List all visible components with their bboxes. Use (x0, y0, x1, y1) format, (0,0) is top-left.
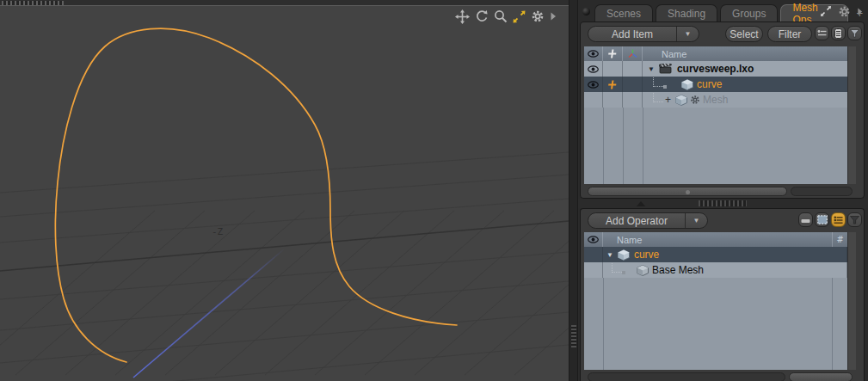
select-button[interactable]: Select (725, 26, 763, 42)
add-operator-dropdown-arrow[interactable]: ▼ (685, 213, 707, 228)
operator-name[interactable]: curve (634, 249, 659, 261)
hscroll-thumb[interactable] (588, 187, 787, 196)
table-row[interactable]: ▼ curvesweep.lxo (584, 61, 856, 77)
count-cell (833, 262, 847, 278)
render-column-header[interactable] (603, 46, 623, 61)
tree-node-square (622, 271, 625, 274)
item-list-vscrollbar[interactable] (847, 46, 856, 61)
mesh-cube-icon (675, 95, 687, 106)
visibility-toggle[interactable] (584, 92, 603, 108)
collapse-triangle-icon[interactable] (637, 201, 645, 206)
viewport-toolbar (455, 9, 557, 24)
render-toggle[interactable] (603, 92, 623, 108)
eye-icon (588, 50, 599, 58)
visibility-toggle[interactable] (584, 247, 603, 262)
operator-list-hscrollbar[interactable] (584, 372, 856, 381)
eye-icon (588, 81, 599, 89)
item-list-vscrollbar[interactable] (847, 61, 856, 77)
orbit-icon[interactable] (475, 9, 489, 23)
add-item-button[interactable]: Add Item (588, 27, 676, 41)
list-detail-icon[interactable] (831, 212, 846, 227)
operator-list-vscrollbar[interactable] (847, 247, 856, 262)
add-item-dropdown-arrow[interactable]: ▼ (676, 27, 699, 41)
tab-scenes[interactable]: Scenes (594, 4, 653, 22)
flyout-icon[interactable] (857, 7, 863, 16)
item-name[interactable]: curve (697, 78, 722, 90)
tab-groups[interactable]: Groups (720, 4, 778, 22)
collapse-arrow-icon[interactable]: ▼ (606, 251, 613, 259)
panel-divider[interactable] (578, 199, 868, 208)
hscroll-track[interactable] (588, 372, 785, 381)
scene-clapper-icon (659, 64, 673, 74)
operator-list-vscrollbar[interactable] (847, 232, 856, 247)
locator-cell (623, 92, 643, 108)
item-list-vscrollbar[interactable] (847, 108, 856, 184)
tree-node-square (663, 85, 667, 89)
visibility-toggle[interactable] (584, 77, 603, 92)
render-toggle-on[interactable] (603, 77, 623, 92)
hscroll-thumb[interactable] (789, 372, 853, 381)
table-row[interactable]: Base Mesh (584, 262, 856, 278)
right-panel-tabbar: Scenes Shading Groups Mesh Ops + (578, 0, 868, 22)
expand-icon[interactable] (820, 5, 832, 17)
tree-line (653, 77, 663, 87)
operator-list-empty-area[interactable] (584, 278, 856, 370)
render-toggle[interactable] (603, 61, 623, 77)
item-list-vscrollbar[interactable] (847, 77, 856, 92)
scene-file-name[interactable]: curvesweep.lxo (677, 63, 754, 75)
table-row-selected[interactable]: ▼ curve (584, 247, 856, 262)
filter-funnel-icon[interactable] (847, 26, 862, 40)
item-name[interactable]: Mesh (703, 94, 728, 106)
splitter-grip[interactable] (571, 325, 576, 347)
filter-button[interactable]: Filter (767, 26, 812, 42)
panel-splitter[interactable] (569, 0, 578, 381)
tab-shading[interactable]: Shading (656, 4, 717, 22)
list-detail-icon[interactable] (831, 26, 846, 40)
count-cell (833, 247, 847, 262)
tree-line (612, 262, 622, 273)
table-row-selected[interactable]: curve (584, 77, 856, 92)
table-row[interactable]: + Mesh (584, 92, 856, 108)
operator-list-vscrollbar[interactable] (847, 278, 856, 370)
eye-icon (588, 65, 599, 73)
hscroll-track[interactable] (791, 187, 853, 196)
item-list-vscrollbar[interactable] (847, 92, 856, 108)
collapse-arrow-icon[interactable]: ▼ (648, 65, 655, 73)
viewport-panel: -Z (0, 0, 569, 381)
operator-list-vscrollbar[interactable] (847, 262, 856, 278)
expand-plus-icon[interactable]: + (665, 94, 671, 106)
visibility-column-header[interactable] (584, 46, 603, 61)
divider-grip[interactable] (699, 200, 747, 206)
solo-icon[interactable] (798, 212, 813, 227)
settings-icon[interactable] (531, 9, 545, 23)
visibility-column-header[interactable] (584, 232, 603, 247)
item-list-hscrollbar[interactable] (584, 186, 856, 197)
add-operator-button[interactable]: Add Operator (588, 213, 685, 228)
list-remove-icon[interactable] (815, 26, 829, 40)
maximize-icon[interactable] (513, 10, 526, 23)
gear-icon (690, 95, 700, 105)
zoom-icon[interactable] (494, 9, 508, 23)
select-region-icon[interactable] (815, 212, 829, 227)
flyout-icon[interactable] (550, 11, 557, 22)
tabbar-knob-icon[interactable] (582, 8, 590, 15)
viewport-3d[interactable]: -Z (0, 6, 569, 381)
filter-funnel-icon[interactable] (847, 212, 862, 227)
gear-icon[interactable] (838, 5, 851, 18)
operator-name[interactable]: Base Mesh (652, 264, 704, 276)
visibility-toggle[interactable] (584, 262, 603, 278)
pan-icon[interactable] (455, 9, 470, 24)
operator-list: Name # ▼ curve (584, 232, 856, 370)
viewport-grip-handle[interactable] (2, 1, 64, 5)
item-list-panel: Add Item ▼ Select Filter (580, 22, 865, 199)
count-column-header[interactable]: # (833, 232, 847, 247)
locator-cell (623, 61, 643, 77)
add-item-button-group: Add Item ▼ (588, 26, 699, 42)
name-column-header[interactable]: Name (643, 46, 847, 61)
item-list-empty-area[interactable] (584, 108, 856, 184)
visibility-toggle[interactable] (584, 61, 603, 77)
locator-column-header[interactable] (623, 46, 643, 61)
locator-cell (623, 77, 643, 92)
viewport-header-bar (0, 0, 569, 6)
name-column-header[interactable]: Name (603, 232, 833, 247)
